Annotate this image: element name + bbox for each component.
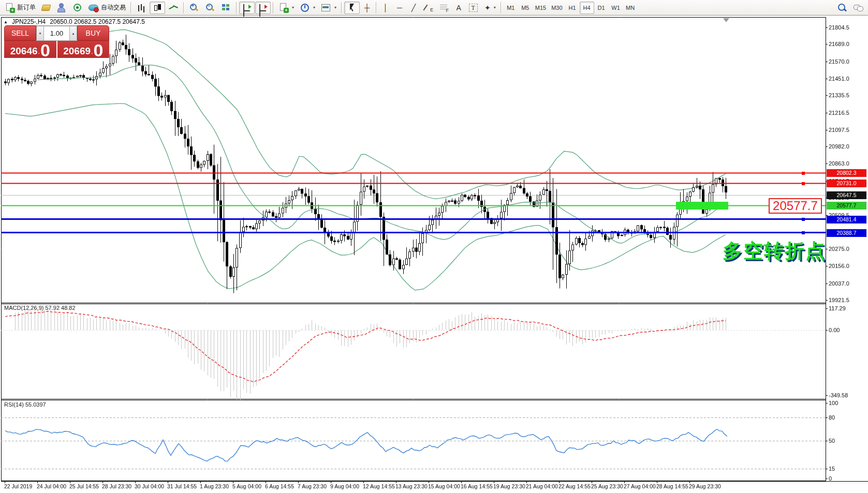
fibonacci-button[interactable]: [437, 2, 451, 14]
time-tick-label: 25 Jul 14:55: [69, 483, 99, 489]
timeframe-d1[interactable]: D1: [594, 2, 609, 14]
periods-button[interactable]: ▾: [297, 2, 318, 14]
toolbar-separator: [130, 2, 131, 13]
autotrade-icon: [89, 3, 99, 12]
zoom-out-button[interactable]: −: [202, 2, 218, 14]
buy-price-big-digit: 0: [93, 43, 103, 57]
arrows-button[interactable]: ✦▾: [482, 2, 498, 14]
timeframe-m1[interactable]: M1: [504, 2, 518, 14]
toolbar-separator: [183, 2, 184, 13]
sell-price[interactable]: 20646 . 0: [4, 41, 56, 58]
time-tick-label: 7 Aug 23:30: [298, 483, 327, 489]
text-button[interactable]: A: [452, 2, 465, 14]
text-label-button[interactable]: T: [466, 2, 481, 14]
price-tick-label: 21216.5: [829, 110, 849, 116]
search-icon: [837, 3, 847, 12]
price-callout-box[interactable]: 20577.7: [769, 198, 822, 214]
chevron-down-icon: ▾: [292, 5, 294, 10]
zoom-out-icon: −: [205, 3, 215, 12]
timeframe-m5[interactable]: M5: [518, 2, 533, 14]
volume-down-button[interactable]: ▾: [36, 26, 44, 41]
price-tick-label: 20982.0: [829, 143, 849, 150]
chat-button[interactable]: [850, 2, 866, 14]
price-tick-label: 21804.5: [829, 24, 849, 31]
collapse-triangle-icon[interactable]: ▲: [4, 20, 8, 24]
new-order-icon: [5, 3, 15, 12]
time-tick-label: 22 Jul 2019: [4, 483, 32, 489]
chevron-down-icon: ▾: [494, 5, 496, 10]
price-tick-label: 21335.5: [829, 92, 849, 98]
tile-windows-button[interactable]: [218, 2, 234, 14]
rsi-tick-label: 100: [829, 400, 838, 406]
channel-button[interactable]: [421, 2, 436, 14]
line-chart-button[interactable]: [166, 2, 181, 14]
trade-panel-prices: 20646 . 0 20669 . 0: [4, 41, 109, 58]
chat-icon: [853, 3, 863, 12]
time-tick-label: 21 Aug 04:00: [526, 483, 558, 489]
chart-header: ▲ JPN225-,H4 20650.0 20682.5 20627.5 206…: [4, 18, 145, 25]
chevron-down-icon: ▾: [334, 5, 336, 10]
timeframe-m30[interactable]: M30: [549, 2, 565, 14]
timeframe-m15[interactable]: M15: [533, 2, 549, 14]
time-tick-label: 1 Aug 23:30: [200, 483, 229, 489]
cursor-button[interactable]: [344, 2, 360, 14]
time-tick-label: 28 Jul 23:30: [102, 483, 131, 489]
tile-windows-icon: [221, 3, 231, 12]
buy-price[interactable]: 20669 . 0: [57, 41, 110, 58]
horizontal-line-button[interactable]: ─: [393, 2, 406, 14]
toolbar-separator: [376, 2, 377, 13]
price-line-badge: 20647.5: [827, 191, 866, 199]
chart-shift-button[interactable]: [255, 2, 271, 14]
indicators-button[interactable]: ▾: [276, 2, 297, 14]
vertical-line-button[interactable]: │: [379, 2, 392, 14]
toolbar-separator: [273, 2, 274, 13]
toolbar-separator: [501, 2, 502, 13]
time-tick-label: 24 Jul 04:00: [37, 483, 66, 489]
volume-up-button[interactable]: ▴: [69, 26, 77, 41]
bar-chart-button[interactable]: [134, 2, 149, 14]
crosshair-button[interactable]: ┼: [360, 2, 374, 14]
periods-clock-icon: [300, 3, 310, 12]
volume-stepper: ▾ ▴: [36, 25, 77, 41]
search-button[interactable]: [834, 2, 850, 14]
text-label-icon: T: [468, 3, 479, 12]
ohlc-values: 20650.0 20682.5 20627.5 20647.5: [50, 18, 145, 25]
toolbar-separator: [341, 2, 342, 13]
signals-button[interactable]: [70, 2, 85, 14]
price-line-badge: 20731.0: [827, 180, 866, 187]
new-order-button[interactable]: 新订单: [2, 2, 38, 14]
price-tick-label: 19921.5: [829, 297, 849, 303]
time-tick-label: 27 Aug 04:00: [624, 483, 656, 489]
candlestick-button[interactable]: [150, 2, 165, 14]
macd-tick-label: -349.58: [829, 392, 848, 398]
templates-button[interactable]: ▾: [318, 2, 339, 14]
trendline-icon: ╱: [411, 4, 416, 11]
timeframe-w1[interactable]: W1: [609, 2, 623, 14]
market-watch-button[interactable]: [39, 2, 53, 14]
volume-input[interactable]: [44, 26, 69, 41]
profile-button[interactable]: [54, 2, 69, 14]
time-tick-label: 25 Aug 23:30: [591, 483, 623, 489]
buy-price-dot: .: [91, 47, 93, 57]
timeframe-h1[interactable]: H1: [565, 2, 580, 14]
price-tick-label: 20037.0: [829, 280, 849, 287]
candlestick-icon: [152, 3, 163, 12]
rsi-label: RSI(14) 55.0397: [4, 401, 46, 408]
buy-price-main: 20669: [63, 46, 91, 57]
auto-scroll-button[interactable]: [239, 2, 255, 14]
timeframe-h4[interactable]: H4: [580, 2, 594, 14]
channel-icon: [423, 3, 434, 12]
price-tick-label: 20863.0: [829, 160, 849, 167]
zoom-in-button[interactable]: +: [186, 2, 202, 14]
time-tick-label: 19 Aug 23:30: [493, 483, 525, 489]
rsi-tick-label: 0: [829, 475, 832, 482]
turning-point-text[interactable]: 多空转折点: [723, 238, 826, 264]
autotrade-button[interactable]: 自动交易: [86, 2, 128, 14]
timeframe-mn[interactable]: MN: [623, 2, 638, 14]
price-tick-label: 21451.0: [829, 76, 849, 82]
trendline-button[interactable]: ╱: [407, 2, 420, 14]
sell-button[interactable]: SELL: [4, 25, 36, 41]
buy-button[interactable]: BUY: [77, 25, 109, 41]
trade-panel-top: SELL ▾ ▴ BUY: [4, 25, 109, 41]
macd-tick-label: 0.00: [829, 327, 840, 333]
